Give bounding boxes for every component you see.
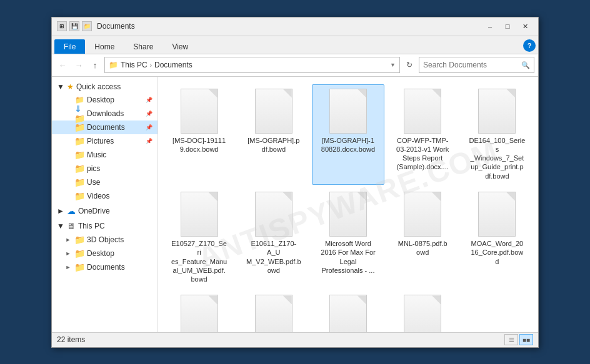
file-thumbnail (329, 89, 367, 134)
sidebar-item-use[interactable]: 📁 Use (52, 175, 158, 189)
search-icon[interactable]: 🔍 (521, 61, 530, 69)
file-fold-icon (358, 295, 366, 304)
sidebar-item-documents[interactable]: 📁 Documents 📌 (52, 121, 158, 134)
file-thumbnail (181, 192, 218, 237)
minimize-button[interactable]: – (482, 19, 498, 33)
sidebar-item-downloads[interactable]: ⇓📁 Downloads 📌 (52, 107, 158, 121)
onedrive-icon: ☁ (67, 206, 76, 216)
sidebar: ▼ ★ Quick access 📁 Desktop 📌 ⇓📁 Download… (52, 77, 158, 332)
file-item[interactable]: file11.bowd (163, 290, 235, 332)
floppy-icon: 💾 (69, 21, 79, 31)
sidebar-item-pictures[interactable]: 📁 Pictures 📌 (52, 134, 158, 148)
file-item[interactable]: file14.bowd (387, 290, 459, 332)
tab-view[interactable]: View (162, 39, 198, 54)
file-fold-icon (283, 192, 292, 201)
pc-documents-folder-icon: 📁 (74, 262, 84, 272)
file-item[interactable]: Microsoft Word 2016 For Max For Legal Pr… (312, 187, 384, 288)
file-item[interactable]: [MS-OGRAPH]-1 80828.docx.bowd (312, 84, 384, 185)
file-fold-icon (358, 192, 366, 201)
sidebar-label-videos: Videos (87, 192, 152, 200)
sidebar-label-3d: 3D Objects (87, 235, 152, 244)
file-fold-icon (506, 192, 515, 201)
ribbon: File Home Share View ? (52, 36, 538, 54)
this-pc-header[interactable]: ▼ 🖥 This PC (52, 219, 158, 233)
documents-folder-icon: 📁 (74, 122, 84, 132)
address-box[interactable]: 📁 This PC › Documents ▼ (104, 57, 400, 73)
file-item[interactable]: file13.bowd (312, 290, 384, 332)
file-fold-icon (209, 295, 218, 304)
file-item[interactable]: COP-WFP-TMP- 03-2013-v1 Work Steps Repor… (387, 84, 459, 185)
sidebar-label-pictures: Pictures (87, 137, 142, 145)
sidebar-item-pics[interactable]: 📁 pics (52, 162, 158, 175)
file-thumbnail (404, 192, 441, 237)
refresh-button[interactable]: ↻ (402, 58, 416, 72)
file-label: E10527_Z170_Seri es_Feature_Manu al_UM_W… (171, 239, 228, 283)
file-label: E10611_Z170-A_U M_V2_WEB.pdf.b owd (246, 239, 302, 275)
pin-icon: 📌 (146, 97, 152, 103)
file-thumbnail (255, 192, 292, 237)
file-fold-icon (432, 89, 441, 98)
file-fold-icon (209, 192, 218, 201)
maximize-button[interactable]: □ (499, 19, 516, 33)
file-fold-icon (209, 89, 218, 98)
address-this-pc: This PC (121, 61, 148, 69)
sidebar-label-downloads: Downloads (87, 109, 142, 118)
sidebar-label-pc-desktop: Desktop (87, 249, 152, 258)
back-button[interactable]: ← (56, 58, 69, 72)
onedrive-chevron: ► (57, 207, 64, 215)
title-bar: ⊞ 💾 📁 Documents – □ ✕ (52, 17, 538, 36)
file-item[interactable]: E10527_Z170_Seri es_Feature_Manu al_UM_W… (163, 187, 235, 288)
grid-view-button[interactable]: ■■ (519, 334, 533, 345)
sidebar-label-music: Music (87, 150, 152, 159)
file-fold-icon (283, 89, 292, 98)
sidebar-item-music[interactable]: 📁 Music (52, 148, 158, 162)
tab-file[interactable]: File (54, 39, 85, 54)
address-chevron1: › (150, 62, 152, 69)
pictures-pin-icon: 📌 (146, 138, 152, 144)
tab-home[interactable]: Home (85, 39, 124, 54)
up-button[interactable]: ↑ (88, 58, 102, 72)
downloads-folder-icon: ⇓📁 (74, 109, 84, 119)
file-label: Microsoft Word 2016 For Max For Legal Pr… (320, 239, 376, 275)
address-dropdown-icon: ▼ (390, 62, 396, 68)
sidebar-item-pc-desktop[interactable]: ► 📁 Desktop (52, 247, 158, 260)
pc-desktop-folder-icon: 📁 (74, 248, 84, 258)
file-label: [MS-DOC]-19111 9.docx.bowd (171, 136, 228, 154)
this-pc-chevron: ▼ (57, 222, 64, 230)
sidebar-item-desktop[interactable]: 📁 Desktop 📌 (52, 93, 158, 107)
file-item[interactable]: [MS-OGRAPH].p df.bowd (238, 84, 309, 185)
file-item[interactable]: MOAC_Word_20 16_Core.pdf.bow d (461, 187, 533, 288)
quick-access-header[interactable]: ▼ ★ Quick access (52, 81, 158, 93)
documents-pin-icon: 📌 (146, 124, 152, 130)
title-controls: – □ ✕ (482, 19, 533, 33)
list-view-button[interactable]: ☰ (504, 334, 518, 345)
file-item[interactable]: MNL-0875.pdf.b owd (387, 187, 459, 288)
close-button[interactable]: ✕ (517, 19, 533, 33)
address-bar: ← → ↑ 📁 This PC › Documents ▼ ↻ 🔍 (52, 54, 538, 77)
search-input[interactable] (423, 61, 519, 69)
star-icon: ★ (67, 82, 74, 91)
window-title: Documents (97, 22, 482, 31)
onedrive-header[interactable]: ► ☁ OneDrive (52, 204, 158, 218)
sidebar-item-pc-documents[interactable]: ► 📁 Documents (52, 260, 158, 274)
search-box: 🔍 (419, 57, 534, 73)
forward-button[interactable]: → (72, 58, 86, 72)
music-folder-icon: 📁 (74, 150, 84, 160)
file-thumbnail (181, 295, 218, 332)
quick-access-label: Quick access (76, 82, 121, 91)
ribbon-tabs: File Home Share View ? (52, 36, 538, 54)
file-item[interactable]: [MS-DOC]-19111 9.docx.bowd (163, 84, 235, 185)
file-item[interactable]: file12.bowd (238, 290, 309, 332)
sidebar-item-3d-objects[interactable]: ► 📁 3D Objects (52, 233, 158, 247)
file-fold-icon (432, 192, 441, 201)
sidebar-label-documents: Documents (87, 123, 142, 132)
title-bar-icons: ⊞ 💾 📁 (57, 21, 92, 31)
use-folder-icon: 📁 (74, 177, 84, 187)
file-item[interactable]: E10611_Z170-A_U M_V2_WEB.pdf.b owd (238, 187, 309, 288)
help-button[interactable]: ? (523, 39, 536, 52)
pc-documents-chevron: ► (64, 264, 72, 270)
file-item[interactable]: DE164_100_Series _Windows_7_Set up_Guide… (461, 84, 533, 185)
file-thumbnail (329, 295, 367, 332)
sidebar-item-videos[interactable]: 📁 Videos (52, 189, 158, 203)
tab-share[interactable]: Share (124, 39, 162, 54)
